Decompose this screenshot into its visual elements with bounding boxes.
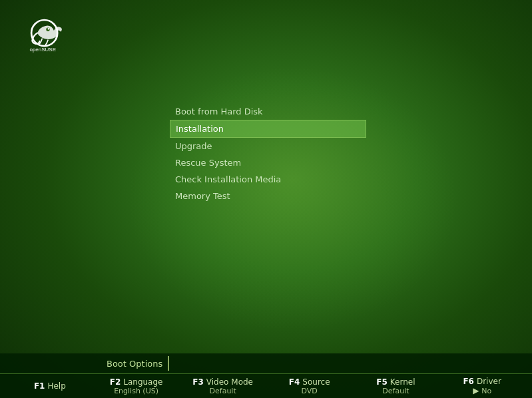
fkey-name-1: Language <box>123 377 162 387</box>
fkey-f4: F4 <box>289 377 300 387</box>
svg-point-2 <box>48 28 50 30</box>
fkey-f5: F5 <box>376 377 388 387</box>
fkey-f6: F6 <box>463 377 474 386</box>
svg-text:openSUSE: openSUSE <box>29 47 56 53</box>
fkey-value-2: Default <box>210 387 236 395</box>
fkey-f3: F3 <box>192 377 204 387</box>
fkey-value-3: DVD <box>302 387 318 395</box>
fkey-value-5: ▶ No <box>473 386 491 395</box>
menu-item-4[interactable]: Check Installation Media <box>170 171 366 188</box>
boot-options-input[interactable] <box>168 356 532 371</box>
boot-options-row: Boot Options <box>0 353 532 374</box>
fkey-group-f6[interactable]: F6Driver▶ No <box>452 377 512 395</box>
fkey-name-5: Driver <box>477 377 501 386</box>
fkey-name-3: Source <box>302 377 330 387</box>
cursor-icon: ▶ <box>473 386 481 395</box>
menu-item-3[interactable]: Rescue System <box>170 154 366 171</box>
boot-options-label: Boot Options <box>107 359 168 369</box>
fkeys-row: F1HelpF2LanguageEnglish (US)F3Video Mode… <box>0 374 532 398</box>
menu-item-2[interactable]: Upgrade <box>170 138 366 154</box>
fkey-value-1: English (US) <box>114 387 158 395</box>
bottom-bar: Boot Options F1HelpF2LanguageEnglish (US… <box>0 353 532 398</box>
fkey-name-0: Help <box>47 381 65 391</box>
menu-item-1[interactable]: Installation <box>170 120 366 138</box>
fkey-value-4: Default <box>382 387 409 395</box>
fkey-name-4: Kernel <box>390 377 415 387</box>
fkey-group-f3[interactable]: F3Video ModeDefault <box>192 377 253 395</box>
fkey-f2: F2 <box>110 377 121 387</box>
menu-item-0[interactable]: Boot from Hard Disk <box>170 103 366 120</box>
menu-item-5[interactable]: Memory Test <box>170 188 366 204</box>
logo: openSUSE <box>27 13 80 57</box>
fkey-group-f5[interactable]: F5KernelDefault <box>366 377 425 395</box>
boot-menu: Boot from Hard DiskInstallationUpgradeRe… <box>170 103 366 204</box>
fkey-group-f4[interactable]: F4SourceDVD <box>280 377 340 395</box>
fkey-group-f2[interactable]: F2LanguageEnglish (US) <box>107 377 166 395</box>
fkey-f1: F1 <box>34 381 45 391</box>
fkey-name-2: Video Mode <box>206 377 253 387</box>
fkey-group-f1[interactable]: F1Help <box>20 381 80 391</box>
